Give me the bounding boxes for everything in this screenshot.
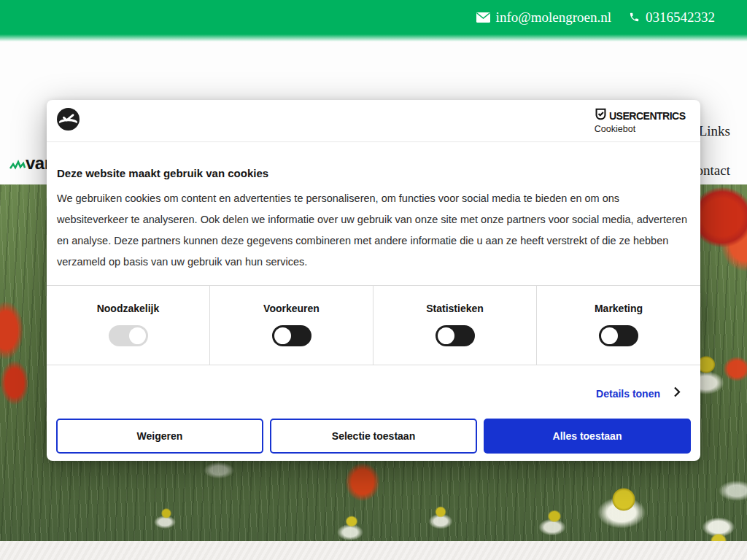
page: info@molengroen.nl 0316542332 van Home xyxy=(0,0,747,560)
toggle-knob xyxy=(438,327,454,344)
cookie-dialog-body: Deze website maakt gebruik van cookies W… xyxy=(47,167,700,273)
email-text: info@molengroen.nl xyxy=(496,9,611,26)
cookie-category-row: Noodzakelijk Voorkeuren Statistieken Mar… xyxy=(47,285,700,365)
category-label: Noodzakelijk xyxy=(97,303,160,314)
cookie-category-noodzakelijk: Noodzakelijk xyxy=(47,286,210,365)
allow-all-button[interactable]: Alles toestaan xyxy=(484,419,691,454)
toggle-knob xyxy=(129,327,146,344)
grass-swoosh-icon xyxy=(9,148,26,173)
details-tonen-link[interactable]: Details tonen xyxy=(596,388,660,400)
cookie-consent-dialog: USERCENTRICS Cookiebot Deze website maak… xyxy=(47,100,700,461)
topbar: info@molengroen.nl 0316542332 xyxy=(0,0,747,34)
usercentrics-shield-icon xyxy=(595,108,607,123)
category-label: Statistieken xyxy=(426,303,484,314)
cookie-dialog-title: Deze website maakt gebruik van cookies xyxy=(57,167,690,179)
phone-link[interactable]: 0316542332 xyxy=(629,9,715,26)
toggle-noodzakelijk xyxy=(109,325,148,346)
allow-selection-button[interactable]: Selectie toestaan xyxy=(270,419,477,454)
email-link[interactable]: info@molengroen.nl xyxy=(476,9,611,26)
toggle-voorkeuren[interactable] xyxy=(272,325,311,346)
toggle-knob xyxy=(601,327,618,344)
usercentrics-cookiebot-logo[interactable]: USERCENTRICS Cookiebot xyxy=(595,108,690,134)
phone-icon xyxy=(629,12,640,23)
toggle-knob xyxy=(274,327,291,344)
cookie-dialog-description: We gebruiken cookies om content en adver… xyxy=(57,188,690,273)
phone-text: 0316542332 xyxy=(646,9,715,26)
chevron-right-icon[interactable] xyxy=(673,386,681,400)
footer-strip xyxy=(0,541,747,560)
consent-buttons-row: Weigeren Selectie toestaan Alles toestaa… xyxy=(47,419,700,454)
envelope-icon xyxy=(476,12,490,23)
topbar-fade xyxy=(0,34,747,42)
category-label: Marketing xyxy=(595,303,643,314)
deny-button[interactable]: Weigeren xyxy=(56,419,263,454)
cookiebot-wordmark: Cookiebot xyxy=(595,124,635,134)
toggle-statistieken[interactable] xyxy=(436,325,475,346)
cookie-dialog-header: USERCENTRICS Cookiebot xyxy=(47,100,700,142)
cookiebot-coin-icon xyxy=(57,108,80,133)
cookie-category-statistieken: Statistieken xyxy=(374,286,537,365)
cookie-category-voorkeuren: Voorkeuren xyxy=(210,286,374,365)
nav-item-links[interactable]: Links xyxy=(699,123,730,139)
usercentrics-wordmark: USERCENTRICS xyxy=(609,109,685,122)
details-row: Details tonen xyxy=(47,386,700,400)
cookie-category-marketing: Marketing xyxy=(537,286,700,365)
toggle-marketing[interactable] xyxy=(599,325,638,346)
category-label: Voorkeuren xyxy=(263,303,320,314)
